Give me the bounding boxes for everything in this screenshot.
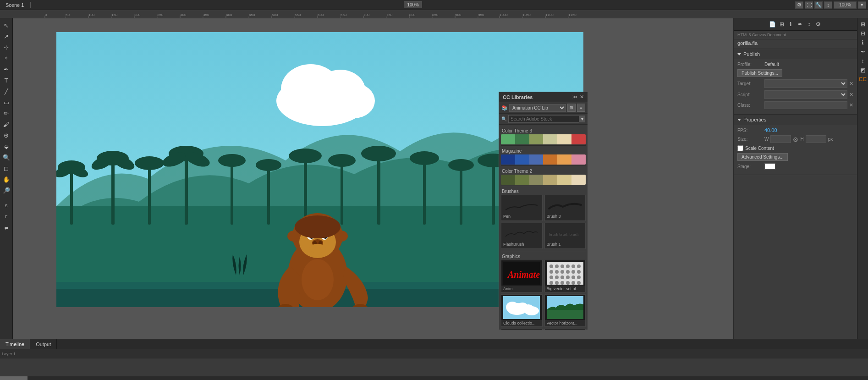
brush1-brush[interactable]: brush brush brush Brush 1 — [544, 223, 586, 249]
ct2-swatch-5[interactable] — [557, 175, 571, 185]
right-icon-4[interactable]: ✒ — [859, 48, 867, 56]
ct2-swatch-3[interactable] — [529, 175, 544, 185]
mag-swatch-4[interactable] — [543, 154, 557, 165]
props-section-header[interactable]: Properties — [734, 115, 857, 125]
height-input[interactable]: 720 — [806, 135, 826, 143]
tool-text[interactable]: T — [1, 75, 11, 85]
graphic-anim[interactable]: Animate Anim — [501, 260, 543, 292]
svg-text:50: 50 — [66, 13, 70, 17]
tool-lasso[interactable]: ⌖ — [1, 53, 11, 63]
flashbrush-brush[interactable]: FlashBrush — [501, 223, 543, 249]
target-clear[interactable]: ✕ — [849, 81, 853, 87]
swatch-1[interactable] — [501, 134, 515, 144]
panel-icon-3[interactable]: ℹ — [787, 20, 795, 28]
swatch-4[interactable] — [543, 134, 557, 144]
tool-transform[interactable]: ⊹ — [1, 42, 11, 52]
tool-pencil[interactable]: ✏ — [1, 108, 11, 118]
graphic-clouds[interactable]: Clouds collectio... — [501, 294, 543, 327]
tool-eyedropper[interactable]: 🔍 — [1, 152, 11, 162]
output-tab[interactable]: Output — [30, 339, 57, 349]
svg-text:150: 150 — [111, 13, 118, 17]
mag-swatch-5[interactable] — [557, 154, 571, 165]
swatch-6[interactable] — [571, 134, 586, 144]
zoom-dropdown[interactable]: ▾ — [858, 1, 866, 9]
tool-brush[interactable]: 🖌 — [1, 119, 11, 129]
mag-swatch-2[interactable] — [515, 154, 529, 165]
cc-search-input[interactable] — [508, 115, 579, 123]
tool-zoom[interactable]: 🔎 — [1, 185, 11, 195]
tool-icon-1[interactable]: ⚙ — [795, 1, 803, 9]
publish-header[interactable]: Publish — [734, 49, 857, 59]
width-input[interactable]: 1280 — [770, 135, 791, 143]
ct2-swatch-1[interactable] — [501, 175, 515, 185]
swatch-3[interactable] — [529, 134, 544, 144]
link-dimensions-btn[interactable]: ⊗ — [793, 136, 798, 143]
publish-settings-btn[interactable]: Publish Settings... — [737, 69, 782, 77]
ct2-swatch-6[interactable] — [571, 175, 586, 185]
swatch-2[interactable] — [515, 134, 529, 144]
tool-bone[interactable]: ⊕ — [1, 130, 11, 140]
cc-expand-btn[interactable]: ≫ — [572, 94, 578, 100]
target-dropdown[interactable] — [764, 79, 847, 88]
timeline-thumb[interactable] — [0, 376, 27, 380]
cc-content[interactable]: Color Theme 3 Magazine — [499, 125, 588, 330]
cc-search-submit[interactable]: ▾ — [579, 116, 585, 122]
panel-icon-1[interactable]: 📄 — [769, 20, 777, 28]
tool-pen[interactable]: ✒ — [1, 64, 11, 74]
panel-icon-5[interactable]: ↕ — [805, 20, 813, 28]
svg-point-144 — [523, 304, 534, 314]
stage-color-picker[interactable] — [764, 163, 775, 170]
tool-paint-bucket[interactable]: ⬙ — [1, 141, 11, 151]
pen-brush[interactable]: Pen — [501, 195, 543, 221]
ct2-swatch-2[interactable] — [515, 175, 529, 185]
panel-icon-6[interactable]: ⚙ — [814, 20, 823, 28]
class-input[interactable] — [764, 101, 847, 109]
panel-icon-2[interactable]: ⊞ — [778, 20, 786, 28]
right-icon-1[interactable]: ⊞ — [859, 20, 867, 28]
tool-rect[interactable]: ▭ — [1, 97, 11, 107]
graphic-windmill[interactable]: Windmill on the... — [544, 329, 586, 330]
svg-point-116 — [555, 264, 559, 268]
graphic-horizon[interactable]: Vector horizont... — [544, 294, 586, 327]
zoom-display[interactable]: 100% — [834, 1, 857, 9]
tool-icon-3[interactable]: 🔧 — [814, 1, 823, 9]
svg-text:300: 300 — [180, 13, 187, 17]
tool-subselect[interactable]: ↗ — [1, 31, 11, 41]
timeline-tab[interactable]: Timeline — [0, 339, 30, 349]
ct2-swatch-4[interactable] — [543, 175, 557, 185]
lib-select-dropdown[interactable]: Animation CC Lib — [509, 104, 566, 112]
right-icon-2[interactable]: ⊟ — [859, 29, 867, 38]
script-clear[interactable]: ✕ — [849, 92, 853, 98]
list-view-btn[interactable]: ≡ — [577, 104, 585, 112]
swap-colors[interactable]: ⇄ — [1, 223, 11, 233]
mag-swatch-3[interactable] — [529, 154, 544, 165]
script-dropdown[interactable] — [764, 90, 847, 99]
class-clear[interactable]: ✕ — [849, 102, 853, 108]
tool-eraser[interactable]: ◻ — [1, 163, 11, 173]
stroke-color[interactable]: S — [1, 201, 11, 211]
graphic-vector[interactable]: Big vector set of... — [544, 260, 586, 292]
tool-icon-2[interactable]: ⛶ — [805, 1, 813, 9]
graphic-gorilla[interactable]: Animation of go... — [501, 329, 543, 330]
scale-content-checkbox[interactable] — [737, 145, 743, 151]
fill-color[interactable]: F — [1, 212, 11, 222]
grid-view-btn[interactable]: ⊞ — [567, 104, 576, 112]
right-icon-6[interactable]: ◩ — [859, 66, 867, 74]
tool-hand[interactable]: ✋ — [1, 174, 11, 184]
advanced-settings-btn[interactable]: Advanced Settings... — [737, 153, 788, 161]
mag-swatch-1[interactable] — [501, 154, 515, 165]
tool-select[interactable]: ↖ — [1, 20, 11, 30]
cc-panel-header: CC Libraries ≫ ✕ — [499, 92, 588, 102]
tool-icon-4[interactable]: ↕ — [824, 1, 832, 9]
brush3-brush[interactable]: Brush 3 — [544, 195, 586, 221]
right-icon-3[interactable]: ℹ — [859, 39, 867, 47]
swatch-5[interactable] — [557, 134, 571, 144]
tool-line[interactable]: ╱ — [1, 86, 11, 96]
timeline-scrollbar[interactable] — [0, 376, 868, 380]
stage-label: Stage: — [737, 164, 763, 169]
right-icon-cc[interactable]: CC — [859, 75, 867, 83]
panel-icon-4[interactable]: ✒ — [796, 20, 804, 28]
right-icon-5[interactable]: ↕ — [859, 57, 867, 65]
cc-close-btn[interactable]: ✕ — [580, 94, 584, 100]
mag-swatch-6[interactable] — [571, 154, 586, 165]
